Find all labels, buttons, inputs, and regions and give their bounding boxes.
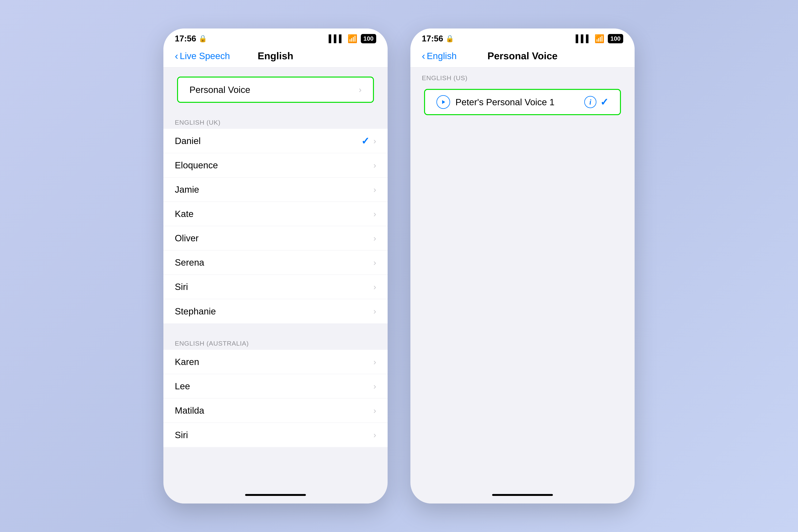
chevron-icon: ›	[373, 306, 376, 316]
content-1: Personal Voice › ENGLISH (UK) Daniel ✓ ›…	[164, 68, 387, 490]
voice-name: Siri	[175, 282, 373, 292]
home-indicator-2	[411, 490, 634, 504]
chevron-icon: ›	[373, 185, 376, 194]
phone-1: 17:56 🔒 ▌▌▌ 📶 100 ‹ Live Speech English …	[164, 28, 387, 504]
page-title-2: Personal Voice	[488, 50, 558, 61]
list-item[interactable]: Oliver ›	[164, 226, 387, 250]
svg-marker-0	[442, 100, 445, 104]
personal-voice-item[interactable]: Personal Voice ›	[178, 77, 373, 102]
item-icons: ›	[373, 357, 376, 367]
voice-name-peter: Peter's Personal Voice 1	[455, 97, 584, 107]
back-arrow-icon-2: ‹	[422, 50, 425, 62]
home-bar-1	[245, 494, 306, 496]
status-icons-2: ▌▌▌ 📶 100	[576, 34, 623, 43]
uk-voice-list: Daniel ✓ › Eloquence › Jamie › Kate	[164, 129, 387, 323]
personal-voice-highlighted-2: Peter's Personal Voice 1 i ✓	[424, 89, 621, 115]
voice-name: Daniel	[175, 136, 361, 146]
page-title-1: English	[258, 50, 293, 61]
back-button-1[interactable]: ‹ Live Speech	[175, 50, 230, 62]
back-label-2: English	[427, 51, 457, 61]
empty-area-2	[411, 120, 634, 424]
section-label-uk: ENGLISH (UK)	[164, 112, 387, 129]
back-arrow-icon-1: ‹	[175, 50, 178, 62]
voice-name: Karen	[175, 357, 373, 367]
chevron-icon: ›	[373, 258, 376, 267]
battery-indicator-2: 100	[608, 34, 623, 43]
item-icons: ›	[373, 233, 376, 243]
list-item[interactable]: Stephanie ›	[164, 299, 387, 323]
personal-voice-row: Peter's Personal Voice 1	[436, 95, 584, 109]
home-bar-2	[492, 494, 553, 496]
chevron-icon: ›	[373, 282, 376, 292]
list-item[interactable]: Daniel ✓ ›	[164, 129, 387, 153]
list-item[interactable]: Serena ›	[164, 250, 387, 275]
play-icon[interactable]	[436, 95, 450, 109]
info-letter: i	[589, 98, 591, 106]
voice-name: Kate	[175, 209, 373, 219]
back-button-2[interactable]: ‹ English	[422, 50, 457, 62]
personal-voice-chevron-icon: ›	[359, 85, 362, 94]
item-icons: ✓ ›	[361, 135, 376, 147]
list-item[interactable]: Kate ›	[164, 202, 387, 226]
item-icons: ›	[373, 258, 376, 267]
status-time-2: 17:56 🔒	[422, 34, 454, 43]
item-icons: ›	[373, 306, 376, 316]
list-item[interactable]: Jamie ›	[164, 177, 387, 202]
nav-bar-2: ‹ English Personal Voice	[411, 46, 634, 68]
nav-bar-1: ‹ Live Speech English	[164, 46, 387, 68]
chevron-icon: ›	[373, 357, 376, 367]
battery-indicator-1: 100	[361, 34, 376, 43]
signal-icon-2: ▌▌▌	[576, 35, 591, 43]
item-icons: ›	[373, 282, 376, 292]
chevron-icon: ›	[373, 381, 376, 391]
personal-voice-section-2: Peter's Personal Voice 1 i ✓	[411, 89, 634, 115]
voice-name: Eloquence	[175, 160, 373, 170]
chevron-icon: ›	[373, 209, 376, 219]
section-label-australia: ENGLISH (AUSTRALIA)	[164, 333, 387, 350]
status-time-1: 17:56 🔒	[175, 34, 207, 43]
home-indicator-1	[164, 490, 387, 504]
checkmark-icon-peter: ✓	[600, 96, 609, 108]
personal-voice-section: Personal Voice ›	[164, 68, 387, 112]
list-item[interactable]: Siri ›	[164, 275, 387, 299]
chevron-icon: ›	[373, 233, 376, 243]
chevron-icon: ›	[373, 430, 376, 440]
locked-icon-1: 🔒	[198, 35, 207, 42]
wifi-icon-2: 📶	[594, 34, 604, 43]
item-icons: ›	[373, 430, 376, 440]
voice-name: Matilda	[175, 405, 373, 416]
voice-name: Stephanie	[175, 306, 373, 317]
bottom-spacer-1	[164, 447, 387, 462]
personal-voice-item-2[interactable]: Peter's Personal Voice 1 i ✓	[425, 90, 620, 114]
chevron-icon: ›	[373, 406, 376, 415]
voice-name: Serena	[175, 257, 373, 268]
back-label-1: Live Speech	[180, 51, 230, 61]
item-icons: ›	[373, 160, 376, 170]
personal-voice-label: Personal Voice	[189, 84, 359, 95]
status-icons-1: ▌▌▌ 📶 100	[329, 34, 376, 43]
item-icons: ›	[373, 381, 376, 391]
list-item[interactable]: Eloquence ›	[164, 153, 387, 177]
phone-2: 17:56 🔒 ▌▌▌ 📶 100 ‹ English Personal Voi…	[411, 28, 634, 504]
status-bar-2: 17:56 🔒 ▌▌▌ 📶 100	[411, 28, 634, 46]
info-icon[interactable]: i	[584, 96, 596, 108]
voice-name: Siri	[175, 430, 373, 440]
list-item[interactable]: Karen ›	[164, 350, 387, 374]
item-icons: ›	[373, 406, 376, 415]
personal-voice-highlighted: Personal Voice ›	[177, 77, 374, 103]
voice-name: Oliver	[175, 233, 373, 243]
status-bar-1: 17:56 🔒 ▌▌▌ 📶 100	[164, 28, 387, 46]
item-icons: ›	[373, 185, 376, 194]
item-icons: ›	[373, 209, 376, 219]
time-display-1: 17:56	[175, 34, 196, 43]
wifi-icon-1: 📶	[347, 34, 357, 43]
list-item[interactable]: Lee ›	[164, 374, 387, 398]
chevron-icon: ›	[373, 136, 376, 146]
chevron-icon: ›	[373, 160, 376, 170]
spacer-1	[164, 323, 387, 333]
voice-name: Lee	[175, 381, 373, 392]
list-item[interactable]: Matilda ›	[164, 398, 387, 423]
list-item[interactable]: Siri ›	[164, 423, 387, 447]
peter-voice-icons: i ✓	[584, 96, 609, 108]
voice-name: Jamie	[175, 184, 373, 195]
